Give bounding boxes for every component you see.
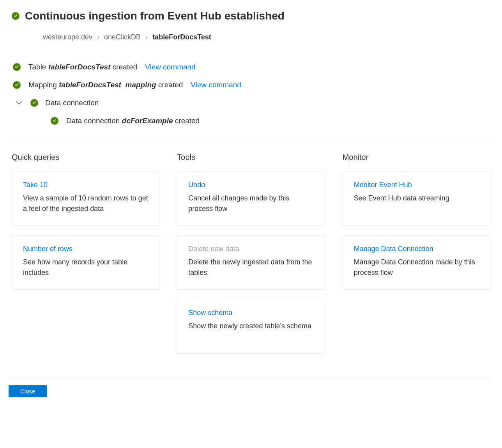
breadcrumb-table: tableForDocsTest (152, 33, 211, 41)
card-title[interactable]: Take 10 (23, 181, 148, 189)
status-table-created: Table tableForDocsTest created View comm… (12, 63, 490, 71)
status-mapping-created: Mapping tableForDocsTest_mapping created… (12, 81, 490, 89)
card-monitor-event-hub[interactable]: Monitor Event Hub See Event Hub data str… (343, 171, 490, 226)
card-title: Delete new data (188, 245, 313, 253)
column-title: Quick queries (12, 153, 159, 162)
chevron-right-icon: › (97, 33, 99, 41)
view-command-link[interactable]: View command (191, 81, 241, 89)
page-title: Continuous ingestion from Event Hub esta… (25, 10, 285, 22)
column-title: Monitor (343, 153, 490, 162)
breadcrumb: .westeurope.dev › oneClickDB › tableForD… (41, 33, 490, 41)
card-delete-new-data: Delete new data Delete the newly ingeste… (177, 235, 325, 290)
success-icon (12, 12, 19, 20)
card-show-schema[interactable]: Show schema Show the newly created table… (177, 299, 325, 354)
card-desc: Delete the newly ingested data from the … (188, 257, 313, 278)
breadcrumb-cluster[interactable]: .westeurope.dev (41, 33, 92, 41)
breadcrumb-database[interactable]: oneClickDB (104, 33, 141, 41)
card-desc: See how many records your table includes (23, 257, 148, 278)
card-undo[interactable]: Undo Cancel all changes made by this pro… (177, 171, 325, 226)
card-take-10[interactable]: Take 10 View a sample of 10 random rows … (12, 171, 159, 226)
view-command-link[interactable]: View command (145, 63, 196, 71)
header-row: Continuous ingestion from Event Hub esta… (12, 10, 490, 22)
close-button[interactable]: Close (9, 385, 47, 397)
data-connection-toggle-row: Data connection (12, 99, 490, 107)
card-title[interactable]: Monitor Event Hub (354, 181, 479, 189)
status-text: Table tableForDocsTest created (28, 63, 137, 71)
success-icon (13, 81, 21, 89)
column-title: Tools (177, 153, 325, 162)
card-manage-data-connection[interactable]: Manage Data Connection Manage Data Conne… (343, 235, 490, 290)
status-text: Data connection dcForExample created (66, 117, 200, 125)
tools-column: Tools Undo Cancel all changes made by th… (177, 153, 325, 363)
card-desc: Cancel all changes made by this process … (188, 193, 313, 214)
quick-queries-column: Quick queries Take 10 View a sample of 1… (12, 153, 159, 363)
card-title[interactable]: Number of rows (23, 245, 148, 253)
data-connection-label: Data connection (45, 99, 99, 107)
card-title[interactable]: Show schema (188, 309, 313, 317)
success-icon (13, 63, 21, 71)
success-icon (30, 99, 38, 107)
action-columns: Quick queries Take 10 View a sample of 1… (12, 153, 490, 363)
card-title[interactable]: Undo (188, 181, 313, 189)
card-desc: View a sample of 10 random rows to get a… (23, 193, 148, 214)
footer: Close (9, 379, 490, 405)
card-number-of-rows[interactable]: Number of rows See how many records your… (12, 235, 159, 290)
status-text: Mapping tableForDocsTest_mapping created (28, 81, 183, 89)
monitor-column: Monitor Monitor Event Hub See Event Hub … (343, 153, 490, 363)
chevron-down-icon[interactable] (15, 99, 23, 107)
card-title[interactable]: Manage Data Connection (354, 245, 479, 253)
card-desc: See Event Hub data streaming (354, 193, 479, 204)
success-icon (51, 117, 58, 125)
card-desc: Manage Data Connection made by this proc… (354, 257, 479, 278)
card-desc: Show the newly created table's schema (188, 321, 313, 331)
data-connection-sub-status: Data connection dcForExample created (12, 117, 490, 125)
chevron-right-icon: › (145, 33, 148, 41)
divider (12, 137, 490, 137)
